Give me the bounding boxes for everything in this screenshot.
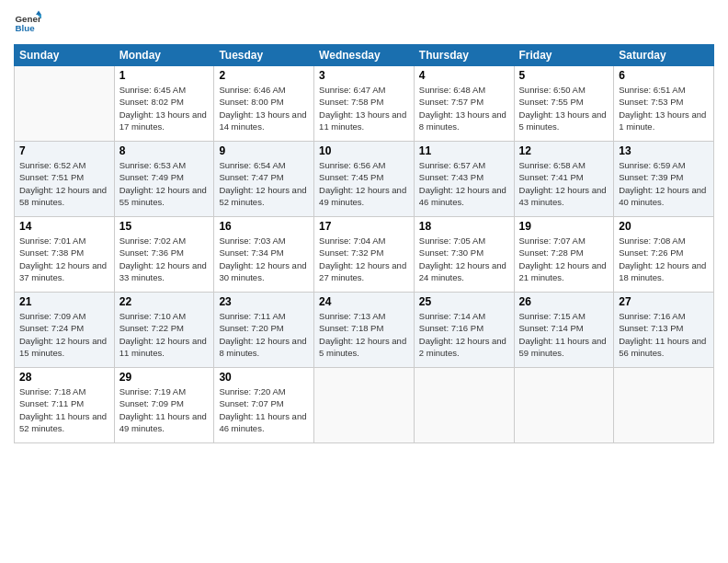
weekday-header-saturday: Saturday — [614, 45, 714, 66]
day-number: 4 — [419, 69, 509, 82]
calendar-cell: 20Sunrise: 7:08 AMSunset: 7:26 PMDayligh… — [614, 217, 714, 293]
calendar-cell: 1Sunrise: 6:45 AMSunset: 8:02 PMDaylight… — [114, 66, 214, 142]
calendar-cell: 16Sunrise: 7:03 AMSunset: 7:34 PMDayligh… — [214, 217, 314, 293]
day-number: 28 — [19, 371, 109, 384]
day-info: Sunrise: 7:03 AMSunset: 7:34 PMDaylight:… — [219, 235, 309, 283]
calendar-cell: 29Sunrise: 7:19 AMSunset: 7:09 PMDayligh… — [114, 368, 214, 443]
day-info: Sunrise: 7:04 AMSunset: 7:32 PMDaylight:… — [319, 235, 409, 283]
day-number: 6 — [619, 69, 709, 82]
calendar-cell: 13Sunrise: 6:59 AMSunset: 7:39 PMDayligh… — [614, 142, 714, 217]
calendar-week-row: 28Sunrise: 7:18 AMSunset: 7:11 PMDayligh… — [15, 368, 714, 443]
calendar-cell: 9Sunrise: 6:54 AMSunset: 7:47 PMDaylight… — [214, 142, 314, 217]
calendar-cell: 30Sunrise: 7:20 AMSunset: 7:07 PMDayligh… — [214, 368, 314, 443]
day-number: 14 — [19, 220, 109, 233]
calendar-cell: 7Sunrise: 6:52 AMSunset: 7:51 PMDaylight… — [15, 142, 115, 217]
weekday-header-wednesday: Wednesday — [314, 45, 415, 66]
calendar-cell — [514, 368, 614, 443]
day-info: Sunrise: 7:19 AMSunset: 7:09 PMDaylight:… — [119, 385, 210, 434]
day-info: Sunrise: 7:16 AMSunset: 7:13 PMDaylight:… — [619, 310, 709, 359]
day-number: 27 — [619, 295, 709, 308]
calendar-cell: 15Sunrise: 7:02 AMSunset: 7:36 PMDayligh… — [114, 217, 214, 293]
day-info: Sunrise: 6:59 AMSunset: 7:39 PMDaylight:… — [619, 159, 709, 208]
day-info: Sunrise: 6:57 AMSunset: 7:43 PMDaylight:… — [419, 159, 509, 208]
calendar-cell: 21Sunrise: 7:09 AMSunset: 7:24 PMDayligh… — [15, 293, 115, 368]
day-info: Sunrise: 6:50 AMSunset: 7:55 PMDaylight:… — [519, 84, 609, 132]
calendar-cell — [614, 368, 714, 443]
calendar-cell: 26Sunrise: 7:15 AMSunset: 7:14 PMDayligh… — [514, 293, 614, 368]
day-number: 10 — [319, 144, 409, 157]
calendar-week-row: 7Sunrise: 6:52 AMSunset: 7:51 PMDaylight… — [15, 142, 714, 217]
day-number: 9 — [219, 144, 309, 157]
day-info: Sunrise: 6:51 AMSunset: 7:53 PMDaylight:… — [619, 84, 709, 132]
calendar-cell: 12Sunrise: 6:58 AMSunset: 7:41 PMDayligh… — [514, 142, 614, 217]
day-info: Sunrise: 7:18 AMSunset: 7:11 PMDaylight:… — [19, 385, 109, 434]
calendar-cell: 2Sunrise: 6:46 AMSunset: 8:00 PMDaylight… — [214, 66, 314, 142]
day-info: Sunrise: 7:11 AMSunset: 7:20 PMDaylight:… — [219, 310, 309, 359]
weekday-header-monday: Monday — [114, 45, 214, 66]
day-info: Sunrise: 6:53 AMSunset: 7:49 PMDaylight:… — [119, 159, 210, 208]
calendar-week-row: 14Sunrise: 7:01 AMSunset: 7:38 PMDayligh… — [15, 217, 714, 293]
calendar-cell: 27Sunrise: 7:16 AMSunset: 7:13 PMDayligh… — [614, 293, 714, 368]
weekday-header-sunday: Sunday — [15, 45, 115, 66]
day-info: Sunrise: 6:56 AMSunset: 7:45 PMDaylight:… — [319, 159, 409, 208]
day-info: Sunrise: 6:46 AMSunset: 8:00 PMDaylight:… — [219, 84, 309, 132]
day-info: Sunrise: 7:09 AMSunset: 7:24 PMDaylight:… — [19, 310, 109, 359]
calendar-cell: 11Sunrise: 6:57 AMSunset: 7:43 PMDayligh… — [414, 142, 514, 217]
day-number: 19 — [519, 220, 609, 233]
calendar-table: SundayMondayTuesdayWednesdayThursdayFrid… — [14, 44, 714, 443]
day-number: 25 — [419, 295, 509, 308]
day-info: Sunrise: 6:54 AMSunset: 7:47 PMDaylight:… — [219, 159, 309, 208]
day-number: 12 — [519, 144, 609, 157]
calendar-cell: 17Sunrise: 7:04 AMSunset: 7:32 PMDayligh… — [314, 217, 415, 293]
day-number: 22 — [119, 295, 210, 308]
calendar-cell: 4Sunrise: 6:48 AMSunset: 7:57 PMDaylight… — [414, 66, 514, 142]
day-number: 16 — [219, 220, 309, 233]
day-number: 8 — [119, 144, 210, 157]
day-number: 2 — [219, 69, 309, 82]
day-info: Sunrise: 7:07 AMSunset: 7:28 PMDaylight:… — [519, 235, 609, 283]
logo-icon: General Blue — [14, 9, 41, 37]
calendar-cell: 8Sunrise: 6:53 AMSunset: 7:49 PMDaylight… — [114, 142, 214, 217]
day-number: 21 — [19, 295, 109, 308]
calendar-cell: 6Sunrise: 6:51 AMSunset: 7:53 PMDaylight… — [614, 66, 714, 142]
calendar-cell — [15, 66, 115, 142]
calendar-cell: 3Sunrise: 6:47 AMSunset: 7:58 PMDaylight… — [314, 66, 415, 142]
weekday-header-friday: Friday — [514, 45, 614, 66]
day-info: Sunrise: 7:01 AMSunset: 7:38 PMDaylight:… — [19, 235, 109, 283]
logo: General Blue — [14, 9, 41, 37]
day-number: 7 — [19, 144, 109, 157]
day-number: 18 — [419, 220, 509, 233]
day-info: Sunrise: 6:58 AMSunset: 7:41 PMDaylight:… — [519, 159, 609, 208]
calendar-cell: 25Sunrise: 7:14 AMSunset: 7:16 PMDayligh… — [414, 293, 514, 368]
weekday-header-tuesday: Tuesday — [214, 45, 314, 66]
day-number: 3 — [319, 69, 409, 82]
calendar-cell: 22Sunrise: 7:10 AMSunset: 7:22 PMDayligh… — [114, 293, 214, 368]
day-info: Sunrise: 6:52 AMSunset: 7:51 PMDaylight:… — [19, 159, 109, 208]
calendar-cell: 5Sunrise: 6:50 AMSunset: 7:55 PMDaylight… — [514, 66, 614, 142]
day-number: 17 — [319, 220, 409, 233]
day-number: 13 — [619, 144, 709, 157]
day-number: 11 — [419, 144, 509, 157]
day-number: 5 — [519, 69, 609, 82]
day-info: Sunrise: 6:47 AMSunset: 7:58 PMDaylight:… — [319, 84, 409, 132]
calendar-week-row: 21Sunrise: 7:09 AMSunset: 7:24 PMDayligh… — [15, 293, 714, 368]
day-info: Sunrise: 6:48 AMSunset: 7:57 PMDaylight:… — [419, 84, 509, 132]
calendar-cell: 24Sunrise: 7:13 AMSunset: 7:18 PMDayligh… — [314, 293, 415, 368]
calendar-cell: 18Sunrise: 7:05 AMSunset: 7:30 PMDayligh… — [414, 217, 514, 293]
day-info: Sunrise: 6:45 AMSunset: 8:02 PMDaylight:… — [119, 84, 210, 132]
day-info: Sunrise: 7:15 AMSunset: 7:14 PMDaylight:… — [519, 310, 609, 359]
calendar-week-row: 1Sunrise: 6:45 AMSunset: 8:02 PMDaylight… — [15, 66, 714, 142]
weekday-header-thursday: Thursday — [414, 45, 514, 66]
day-info: Sunrise: 7:02 AMSunset: 7:36 PMDaylight:… — [119, 235, 210, 283]
day-number: 15 — [119, 220, 210, 233]
svg-marker-2 — [36, 11, 41, 16]
calendar-page: General Blue SundayMondayTuesdayWednesda… — [0, 0, 728, 563]
day-number: 24 — [319, 295, 409, 308]
weekday-header-row: SundayMondayTuesdayWednesdayThursdayFrid… — [15, 45, 714, 66]
header: General Blue — [14, 9, 714, 37]
calendar-cell: 10Sunrise: 6:56 AMSunset: 7:45 PMDayligh… — [314, 142, 415, 217]
day-number: 29 — [119, 371, 210, 384]
calendar-cell: 14Sunrise: 7:01 AMSunset: 7:38 PMDayligh… — [15, 217, 115, 293]
day-info: Sunrise: 7:14 AMSunset: 7:16 PMDaylight:… — [419, 310, 509, 359]
day-number: 1 — [119, 69, 210, 82]
